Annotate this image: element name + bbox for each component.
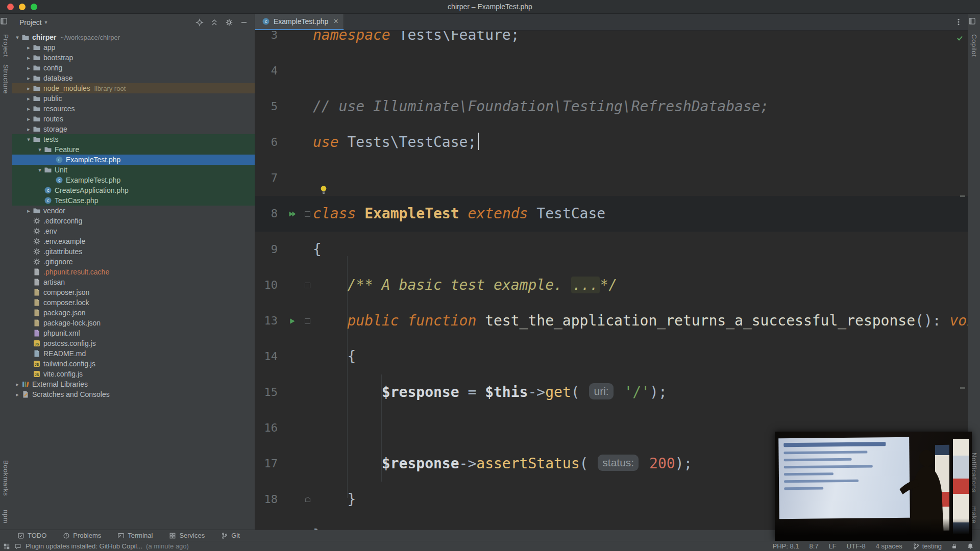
run-line-button[interactable] bbox=[282, 303, 302, 339]
collapse-all-icon[interactable] bbox=[210, 18, 218, 27]
fold-marker[interactable] bbox=[302, 196, 313, 232]
tool-strip-label-project[interactable]: Project bbox=[2, 34, 10, 57]
code-line[interactable]: 10 /** A basic test example. ...*/ bbox=[255, 267, 968, 303]
tree-item[interactable]: .phpunit.result.cache bbox=[12, 267, 255, 277]
code-line[interactable]: 14 { bbox=[255, 339, 968, 374]
tree-item[interactable]: cTestCase.php bbox=[12, 195, 255, 206]
tree-item[interactable]: ▸database bbox=[12, 73, 255, 83]
tree-item[interactable]: ▸public bbox=[12, 93, 255, 104]
chevron-right-icon[interactable]: ▸ bbox=[24, 44, 33, 51]
tree-item[interactable]: ▾Feature bbox=[12, 144, 255, 155]
tree-item[interactable]: ▸External Libraries bbox=[12, 379, 255, 389]
tool-strip-label-structure[interactable]: Structure bbox=[2, 64, 10, 94]
chevron-right-icon[interactable]: ▸ bbox=[24, 65, 33, 71]
status-widget-4-spaces[interactable]: 4 spaces bbox=[876, 542, 902, 550]
tree-item[interactable]: ▸node_moduleslibrary root bbox=[12, 83, 255, 93]
tree-item[interactable]: cExampleTest.php bbox=[12, 155, 255, 165]
status-widget-testing[interactable]: testing bbox=[913, 542, 942, 550]
code-line[interactable]: 3namespace Tests\Feature; bbox=[255, 31, 968, 53]
tree-item[interactable]: composer.json bbox=[12, 287, 255, 297]
chevron-down-icon[interactable]: ▾ bbox=[45, 19, 47, 25]
tree-item[interactable]: ▸app bbox=[12, 42, 255, 53]
close-window-button[interactable] bbox=[7, 4, 14, 10]
tree-item[interactable]: ▸resources bbox=[12, 104, 255, 114]
tree-item[interactable]: JStailwind.config.js bbox=[12, 359, 255, 369]
chevron-right-icon[interactable]: ▸ bbox=[24, 126, 33, 133]
tool-window-button-todo[interactable]: TODO bbox=[17, 532, 46, 539]
intention-bulb-icon[interactable] bbox=[319, 185, 328, 195]
status-widget-8-7[interactable]: 8:7 bbox=[810, 542, 819, 550]
lock-icon[interactable] bbox=[951, 543, 958, 549]
tree-item[interactable]: ▸routes bbox=[12, 114, 255, 124]
fold-marker[interactable] bbox=[302, 303, 313, 339]
tree-item[interactable]: ▾chirper~/workspace/chirper bbox=[12, 32, 255, 42]
tab-exampletest[interactable]: c ExampleTest.php × bbox=[255, 14, 344, 30]
tree-item[interactable]: package-lock.json bbox=[12, 318, 255, 328]
tree-item[interactable]: composer.lock bbox=[12, 297, 255, 308]
code-line[interactable]: 4 bbox=[255, 53, 968, 89]
tool-window-button-git[interactable]: Git bbox=[221, 532, 240, 539]
close-tab-icon[interactable]: × bbox=[333, 17, 338, 26]
tree-item[interactable]: cExampleTest.php bbox=[12, 175, 255, 185]
tree-item[interactable]: artisan bbox=[12, 277, 255, 287]
tree-item[interactable]: .editorconfig bbox=[12, 216, 255, 226]
status-widget-utf-8[interactable]: UTF-8 bbox=[847, 542, 866, 550]
right-strip-icon[interactable] bbox=[968, 17, 976, 25]
panel-settings-icon[interactable] bbox=[225, 18, 233, 27]
chevron-right-icon[interactable]: ▸ bbox=[24, 75, 33, 82]
tree-item[interactable]: ▾tests bbox=[12, 134, 255, 144]
tree-item[interactable]: package.json bbox=[12, 308, 255, 318]
tree-item[interactable]: README.md bbox=[12, 348, 255, 359]
tree-item[interactable]: ▸vendor bbox=[12, 206, 255, 216]
chevron-right-icon[interactable]: ▸ bbox=[24, 106, 33, 112]
code-line[interactable]: 13 public function test_the_application_… bbox=[255, 303, 968, 339]
code-line[interactable]: 7 bbox=[255, 160, 968, 196]
tool-strip-label-copilot[interactable]: Copilot bbox=[970, 34, 978, 57]
locate-file-icon[interactable] bbox=[195, 18, 204, 27]
tree-item[interactable]: ▸storage bbox=[12, 124, 255, 134]
notifications-bell-icon[interactable] bbox=[967, 543, 974, 550]
chevron-down-icon[interactable]: ▾ bbox=[13, 34, 21, 41]
chevron-right-icon[interactable]: ▸ bbox=[24, 116, 33, 122]
tree-item[interactable]: ▸Scratches and Consoles bbox=[12, 389, 255, 399]
tree-item[interactable]: .env.example bbox=[12, 236, 255, 246]
code-line[interactable]: 9{ bbox=[255, 232, 968, 267]
tool-strip-label-bookmarks[interactable]: Bookmarks bbox=[2, 460, 10, 496]
status-widget-lf[interactable]: LF bbox=[829, 542, 837, 550]
tool-window-button-services[interactable]: Services bbox=[169, 532, 205, 539]
chevron-down-icon[interactable]: ▾ bbox=[36, 167, 44, 173]
tree-item[interactable]: .gitignore bbox=[12, 257, 255, 267]
tab-options-icon[interactable] bbox=[954, 18, 963, 26]
chevron-right-icon[interactable]: ▸ bbox=[13, 391, 21, 398]
code-line[interactable]: 5// use Illuminate\Foundation\Testing\Re… bbox=[255, 89, 968, 124]
hide-panel-icon[interactable] bbox=[240, 18, 248, 27]
project-strip-icon[interactable] bbox=[0, 17, 8, 25]
status-message[interactable]: Plugin updates installed: GitHub Copil..… bbox=[26, 542, 142, 550]
tree-item[interactable]: cCreatesApplication.php bbox=[12, 185, 255, 195]
status-widget-php-8-1[interactable]: PHP: 8.1 bbox=[773, 542, 799, 550]
tree-item[interactable]: JSpostcss.config.js bbox=[12, 338, 255, 348]
chevron-right-icon[interactable]: ▸ bbox=[24, 208, 33, 214]
tree-item[interactable]: ▾Unit bbox=[12, 165, 255, 175]
tree-item[interactable]: .gitattributes bbox=[12, 246, 255, 257]
tree-item[interactable]: JSvite.config.js bbox=[12, 369, 255, 379]
tree-item[interactable]: ▸config bbox=[12, 63, 255, 73]
tool-window-button-terminal[interactable]: Terminal bbox=[117, 532, 153, 539]
chevron-down-icon[interactable]: ▾ bbox=[24, 136, 33, 143]
zoom-window-button[interactable] bbox=[31, 4, 37, 10]
code-line[interactable]: 15 $response = $this->get( uri: '/'); bbox=[255, 374, 968, 410]
tool-window-switcher-icon[interactable] bbox=[3, 543, 10, 550]
chevron-right-icon[interactable]: ▸ bbox=[24, 55, 33, 61]
tool-window-button-problems[interactable]: Problems bbox=[63, 532, 101, 539]
notification-bubble-icon[interactable] bbox=[14, 543, 21, 550]
inspections-ok-icon[interactable] bbox=[956, 34, 964, 42]
chevron-right-icon[interactable]: ▸ bbox=[13, 381, 21, 388]
tree-item[interactable]: phpunit.xml bbox=[12, 328, 255, 338]
minimize-window-button[interactable] bbox=[19, 4, 26, 10]
fold-marker[interactable] bbox=[302, 482, 313, 517]
project-panel-title[interactable]: Project bbox=[19, 18, 42, 27]
code-line[interactable]: 8class ExampleTest extends TestCase bbox=[255, 196, 968, 232]
chevron-down-icon[interactable]: ▾ bbox=[36, 146, 44, 153]
chevron-right-icon[interactable]: ▸ bbox=[24, 85, 33, 92]
code-line[interactable]: 6use Tests\TestCase; bbox=[255, 124, 968, 160]
